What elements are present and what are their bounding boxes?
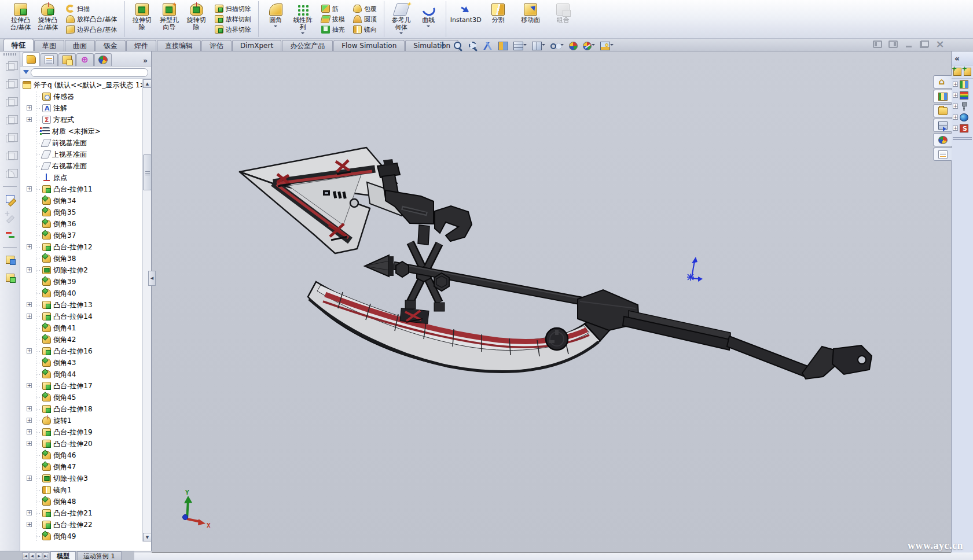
tree-item[interactable]: 倒角39	[20, 276, 142, 288]
standard-view-button[interactable]	[2, 77, 17, 92]
model-tab[interactable]: 模型	[50, 551, 76, 560]
next-tab-icon[interactable]: ▶	[36, 552, 42, 559]
ribbon-button[interactable]: 圆角	[262, 2, 289, 36]
tree-item[interactable]: 凸台-拉伸21	[20, 507, 142, 519]
expand-toggle-icon[interactable]	[953, 93, 958, 98]
ribbon-small-button[interactable]: 包覆	[351, 3, 379, 14]
standard-view-button[interactable]	[2, 113, 17, 128]
first-tab-icon[interactable]: |◀	[22, 552, 28, 559]
ribbon-button[interactable]: 分割	[482, 2, 515, 36]
handle-assembly[interactable]	[546, 290, 872, 379]
ribbon-small-button[interactable]: 边界切除	[212, 24, 254, 35]
window-button[interactable]	[919, 40, 930, 49]
command-tab[interactable]: 草图	[34, 40, 64, 51]
sketch-axes[interactable]	[687, 257, 703, 282]
model-tab[interactable]: 运动算例 1	[77, 551, 122, 560]
tree-root-item[interactable]: 斧子q (默认<<默认>_显示状态 1>)	[20, 79, 142, 91]
expand-toggle-icon[interactable]	[27, 383, 32, 388]
expand-toggle-icon[interactable]	[27, 244, 32, 249]
scroll-up-icon[interactable]: ▲	[143, 79, 152, 88]
expand-toggle-icon[interactable]	[27, 302, 32, 307]
ribbon-button[interactable]: 旋转凸 台/基体	[34, 2, 61, 36]
task-pane-tab[interactable]	[933, 119, 952, 132]
task-pane-splitter[interactable]	[953, 137, 972, 138]
tree-item[interactable]: 凸台-拉伸16	[20, 345, 142, 357]
task-pane-tab[interactable]	[933, 148, 952, 161]
ribbon-button[interactable]: 参考几 何体	[388, 2, 415, 36]
ribbon-small-button[interactable]: 扫描	[64, 3, 120, 14]
dropdown-caret-icon[interactable]	[523, 44, 527, 47]
tree-item[interactable]: 倒角42	[20, 334, 142, 345]
tree-item[interactable]: 凸台-拉伸17	[20, 380, 142, 392]
expand-toggle-icon[interactable]	[27, 267, 32, 272]
expand-toggle-icon[interactable]	[27, 476, 32, 481]
tree-item[interactable]: 镜向1	[20, 484, 142, 496]
dropdown-caret-icon[interactable]	[560, 44, 564, 47]
tree-item[interactable]: 倒角34	[20, 195, 142, 207]
view-tool-button[interactable]	[497, 41, 509, 51]
command-tab[interactable]: 办公室产品	[282, 40, 333, 51]
tree-item[interactable]: 注解	[20, 102, 142, 114]
ribbon-small-button[interactable]: 扫描切除	[212, 3, 254, 14]
add-to-library-icon[interactable]	[953, 68, 961, 76]
dropdown-caret-icon[interactable]	[399, 32, 403, 36]
manager-tab[interactable]	[76, 53, 94, 66]
tree-item[interactable]: 切除-拉伸3	[20, 473, 142, 484]
tree-item[interactable]: 倒角41	[20, 322, 142, 334]
standard-view-button[interactable]	[2, 59, 17, 74]
panel-collapse-button[interactable]: ◀	[148, 271, 156, 286]
tree-item[interactable]: 材质 <未指定>	[20, 126, 142, 137]
tree-item[interactable]: 倒角40	[20, 288, 142, 299]
ribbon-small-button[interactable]: 抽壳	[319, 24, 347, 35]
tree-filter-input[interactable]	[31, 68, 148, 77]
tree-scrollbar[interactable]: ▲ ▼	[142, 79, 151, 541]
expand-toggle-icon[interactable]	[953, 115, 958, 120]
sketch-tool-button[interactable]	[2, 191, 17, 207]
window-button[interactable]	[888, 40, 898, 49]
expand-toggle-icon[interactable]	[953, 104, 958, 109]
tree-item[interactable]: 方程式	[20, 114, 142, 126]
expand-toggle-icon[interactable]	[27, 314, 32, 319]
ribbon-button[interactable]: Instant3D	[450, 2, 482, 36]
ribbon-button[interactable]: 拉伸凸 台/基体	[7, 2, 34, 36]
view-tool-button[interactable]	[582, 41, 596, 51]
add-file-location-icon[interactable]	[964, 68, 972, 76]
tree-item[interactable]: 倒角35	[20, 207, 142, 218]
ribbon-button[interactable]: 拉伸切 除	[128, 2, 156, 36]
expand-toggle-icon[interactable]	[27, 186, 32, 191]
tree-item[interactable]: 前视基准面	[20, 137, 142, 149]
command-tab[interactable]: 直接编辑	[157, 40, 201, 51]
tree-item[interactable]: 右视基准面	[20, 160, 142, 172]
ribbon-small-button[interactable]: 拔模	[319, 14, 347, 24]
tree-item[interactable]: 凸台-拉伸18	[20, 403, 142, 415]
axe-3d-model[interactable]: Y X	[152, 51, 951, 552]
feature-tool-button[interactable]	[2, 252, 17, 267]
last-tab-icon[interactable]: ▶|	[43, 552, 49, 559]
manager-tab[interactable]	[58, 53, 76, 66]
design-library-node[interactable]	[952, 101, 973, 112]
expand-toggle-icon[interactable]	[27, 522, 32, 527]
view-tool-button[interactable]	[452, 41, 464, 51]
tree-item[interactable]: 倒角43	[20, 357, 142, 369]
view-tool-button[interactable]	[531, 41, 546, 51]
expand-toggle-icon[interactable]	[27, 348, 32, 353]
sketch-tool-button[interactable]	[2, 209, 17, 224]
task-pane-collapse[interactable]: «	[952, 51, 973, 65]
expand-toggle-icon[interactable]	[27, 441, 32, 446]
ribbon-button[interactable]: 组合	[547, 2, 579, 36]
tree-item[interactable]: 凸台-拉伸20	[20, 438, 142, 450]
standard-view-button[interactable]	[2, 167, 17, 182]
ribbon-button[interactable]: 旋转切 除	[183, 2, 210, 36]
expand-toggle-icon[interactable]	[27, 117, 32, 122]
arrowhead-blade[interactable]	[240, 148, 402, 253]
tree-item[interactable]: 倒角38	[20, 253, 142, 264]
tree-item[interactable]: 旋转1	[20, 415, 142, 426]
window-button[interactable]	[904, 40, 914, 49]
command-tab[interactable]: 钣金	[96, 40, 126, 51]
view-tool-button[interactable]	[482, 41, 494, 51]
manager-tab[interactable]	[41, 53, 58, 66]
ribbon-button[interactable]: 移动面	[515, 2, 547, 36]
tree-item[interactable]: 凸台-拉伸14	[20, 311, 142, 322]
task-pane-tab[interactable]	[933, 75, 952, 89]
expand-toggle-icon[interactable]	[953, 126, 958, 131]
